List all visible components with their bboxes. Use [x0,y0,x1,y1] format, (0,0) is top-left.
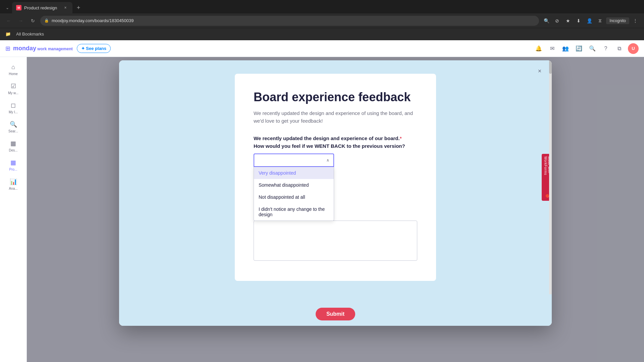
app-content: ⊞ monday work management ✦ See plans 🔔 ✉… [0,40,644,362]
sidebar-item-product[interactable]: ▦ Pro... [3,156,23,174]
monday-grid-icon: ⊞ [5,45,10,52]
feedback-textarea[interactable] [254,221,417,261]
modal-overlay: × Board experience feedback We recently … [27,57,644,362]
mywork-icon: ☑ [11,82,16,90]
see-plans-button[interactable]: ✦ See plans [77,44,111,53]
incognito-label: Incognito [606,17,629,24]
reload-button[interactable]: ↻ [28,16,38,25]
nav-bar: ← → ↻ 🔒 moodjoy.monday.com/boards/183045… [0,13,644,28]
tab-favicon: M [16,5,21,10]
modal-scrollbar-thumb [549,60,552,74]
sidebar-item-design[interactable]: ▦ Des... [3,137,23,155]
sidebar-item-analytics[interactable]: 📊 Ana... [3,175,23,193]
feedback-modal: × Board experience feedback We recently … [119,60,552,326]
dropdown-option-2[interactable]: Somewhat disappointed [254,179,334,191]
modal-scrollbar[interactable] [549,60,552,294]
tab-close-button[interactable]: × [62,5,68,11]
dropdown-wrapper: ∧ Very disappointed Somewhat disappointe… [254,154,334,167]
search-topbar-icon[interactable]: 🔍 [588,44,597,53]
chevron-up-icon: ∧ [326,158,329,163]
form-question-1: We recently updated the design and exper… [254,135,417,141]
search-sidebar-icon: 🔍 [10,121,17,128]
more-options-icon[interactable]: ⋮ [631,16,640,25]
sidebar-label-mywork: My w... [8,91,18,95]
home-icon: ⌂ [11,64,15,71]
url-text: moodjoy.monday.com/boards/1830450039 [52,18,535,23]
profile-icon[interactable]: 👤 [585,16,594,25]
user-avatar[interactable]: U [628,43,639,54]
inbox-sidebar-icon: ◻ [11,102,16,109]
reader-mode-icon[interactable]: ⊘ [552,16,562,25]
notifications-icon[interactable]: 🔔 [534,44,543,53]
main-layout: ⌂ Home ☑ My w... ◻ My I... 🔍 Sear... ▦ D… [0,57,644,362]
sidebar-item-home[interactable]: ⌂ Home [3,61,23,78]
form-question-2: How would you feel if we WENT BACK to th… [254,143,417,149]
sidebar-label-analytics: Ana... [9,187,17,190]
people-icon[interactable]: 👥 [561,44,570,53]
search-icon[interactable]: 🔍 [542,16,551,25]
extensions-icon[interactable]: ⧖ [595,16,605,25]
tab-bar: ⌄ M Product redesign × + [0,0,644,13]
sidebar-label-design: Des... [9,148,17,152]
forward-button[interactable]: → [16,16,25,25]
apps-icon[interactable]: ⧉ [614,44,624,53]
help-icon[interactable]: ? [601,44,610,53]
design-icon: ▦ [10,140,16,147]
active-tab[interactable]: M Product redesign × [12,2,72,13]
monday-wordmark: monday work management [13,45,73,52]
topbar-right: 🔔 ✉ 👥 🔄 🔍 ? ⧉ U [534,43,639,54]
modal-close-button[interactable]: × [534,66,545,76]
browser-chrome: ⌄ M Product redesign × + ← → ↻ 🔒 moodjoy… [0,0,644,40]
inbox-icon[interactable]: ✉ [547,44,557,53]
monday-topbar: ⊞ monday work management ✦ See plans 🔔 ✉… [0,40,644,57]
form-title: Board experience feedback [254,90,417,104]
tab-title: Product redesign [24,5,60,10]
download-icon[interactable]: ⬇ [574,16,583,25]
submit-button[interactable]: Submit [316,308,355,320]
sidebar-item-mywork[interactable]: ☑ My w... [3,80,23,98]
form-subtitle: We recently updated the design and exper… [254,110,417,125]
dropdown-option-1[interactable]: Very disappointed [254,167,334,179]
sidebar-label-product: Pro... [9,168,17,171]
bookmark-icon[interactable]: ★ [563,16,573,25]
bookmarks-label[interactable]: All Bookmarks [16,32,44,37]
page-area: × Board experience feedback We recently … [27,57,644,362]
address-bar[interactable]: 🔒 moodjoy.monday.com/boards/1830450039 [40,16,539,26]
monday-logo: ⊞ monday work management [5,45,73,52]
sidebar: ⌂ Home ☑ My w... ◻ My I... 🔍 Sear... ▦ D… [0,57,27,362]
back-button[interactable]: ← [4,16,13,25]
tab-group-button[interactable]: ⌄ [3,3,12,12]
updates-icon[interactable]: 🔄 [574,44,584,53]
dropdown-option-3[interactable]: Not disappointed at all [254,191,334,203]
sidebar-label-inbox: My I... [9,110,18,114]
lock-icon: 🔒 [44,18,49,23]
dropdown-trigger[interactable]: ∧ [254,154,334,167]
analytics-icon: 📊 [10,178,17,185]
new-tab-button[interactable]: + [74,3,83,12]
product-icon: ▦ [10,159,16,166]
sidebar-item-inbox[interactable]: ◻ My I... [3,99,23,117]
bookmarks-folder-icon: 📁 [5,32,11,37]
nav-actions: 🔍 ⊘ ★ ⬇ 👤 ⧖ Incognito ⋮ [542,16,640,25]
modal-inner: Board experience feedback We recently up… [119,60,552,294]
dropdown-option-4[interactable]: I didn't notice any change to the design [254,203,334,221]
sidebar-label-home: Home [9,72,18,76]
dropdown-menu: Very disappointed Somewhat disappointed … [254,167,334,221]
form-card: Board experience feedback We recently up… [235,74,436,281]
bookmarks-bar: 📁 All Bookmarks [0,28,644,40]
sidebar-label-search: Sear... [8,129,18,133]
sidebar-item-search[interactable]: 🔍 Sear... [3,118,23,136]
